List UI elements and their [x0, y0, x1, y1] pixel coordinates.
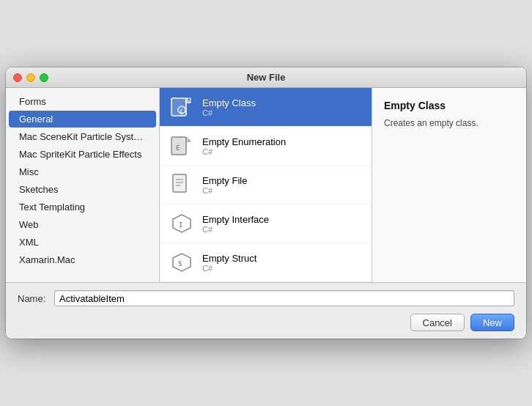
buttons-row: Cancel New	[18, 314, 514, 331]
name-input[interactable]	[54, 290, 514, 306]
empty-file-icon	[169, 171, 195, 198]
empty-class-subtitle: C#	[202, 108, 256, 117]
main-content: FormsGeneralMac SceneKit Particle System…	[6, 88, 526, 282]
template-item-empty-class[interactable]: C Empty ClassC#	[160, 88, 372, 127]
empty-enumeration-name: Empty Enumeration	[202, 136, 286, 147]
description-text: Creates an empty class.	[384, 117, 514, 130]
sidebar-item-xamarin-mac[interactable]: Xamarin.Mac	[9, 251, 156, 268]
svg-text:I: I	[179, 221, 182, 229]
template-item-empty-interface[interactable]: I Empty InterfaceC#	[160, 204, 372, 243]
sidebar-item-general[interactable]: General	[9, 111, 156, 128]
svg-rect-2	[186, 98, 191, 103]
svg-rect-8	[173, 174, 186, 192]
new-file-window: New File FormsGeneralMac SceneKit Partic…	[6, 67, 526, 339]
sidebar-item-web[interactable]: Web	[9, 216, 156, 233]
empty-enumeration-icon: E	[169, 133, 195, 159]
minimize-button[interactable]	[26, 73, 35, 82]
template-item-empty-enumeration[interactable]: E Empty EnumerationC#	[160, 127, 372, 166]
new-button[interactable]: New	[470, 314, 514, 331]
svg-text:E: E	[176, 144, 180, 152]
sidebar-item-mac-spritekit[interactable]: Mac SpriteKit Particle Effects	[9, 146, 156, 163]
sidebar: FormsGeneralMac SceneKit Particle System…	[6, 88, 160, 282]
maximize-button[interactable]	[40, 73, 48, 82]
close-button[interactable]	[13, 73, 22, 82]
empty-class-icon: C	[169, 94, 195, 120]
cancel-button[interactable]: Cancel	[410, 314, 465, 331]
svg-text:S: S	[178, 260, 182, 267]
description-title: Empty Class	[384, 100, 514, 111]
bottom-bar: Name: Cancel New	[6, 282, 526, 339]
empty-struct-name: Empty Struct	[202, 253, 256, 264]
template-item-empty-struct[interactable]: S Empty StructC#	[160, 243, 372, 282]
template-item-empty-file[interactable]: Empty FileC#	[160, 166, 372, 204]
empty-struct-subtitle: C#	[202, 264, 256, 273]
window-title: New File	[247, 72, 286, 83]
svg-marker-6	[186, 137, 191, 141]
empty-class-name: Empty Class	[202, 97, 256, 108]
empty-enumeration-subtitle: C#	[202, 147, 286, 156]
svg-text:C: C	[180, 108, 183, 114]
window-controls	[13, 73, 48, 82]
sidebar-item-mac-scenekit[interactable]: Mac SceneKit Particle System	[9, 128, 156, 145]
empty-file-name: Empty File	[202, 175, 247, 186]
description-panel: Empty Class Creates an empty class.	[372, 88, 526, 282]
sidebar-item-sketches[interactable]: Sketches	[9, 181, 156, 198]
empty-struct-icon: S	[169, 249, 195, 276]
sidebar-item-text-templating[interactable]: Text Templating	[9, 199, 156, 215]
template-list: C Empty ClassC# E Empty EnumerationC# Em…	[160, 88, 372, 282]
empty-file-subtitle: C#	[202, 186, 247, 195]
name-row: Name:	[18, 290, 514, 306]
sidebar-item-misc[interactable]: Misc	[9, 163, 156, 180]
sidebar-item-forms[interactable]: Forms	[9, 93, 156, 110]
sidebar-item-xml[interactable]: XML	[9, 234, 156, 251]
name-label: Name:	[18, 293, 47, 304]
title-bar: New File	[6, 67, 526, 88]
empty-interface-subtitle: C#	[202, 225, 269, 234]
empty-interface-name: Empty Interface	[202, 214, 269, 225]
empty-interface-icon: I	[169, 210, 195, 237]
